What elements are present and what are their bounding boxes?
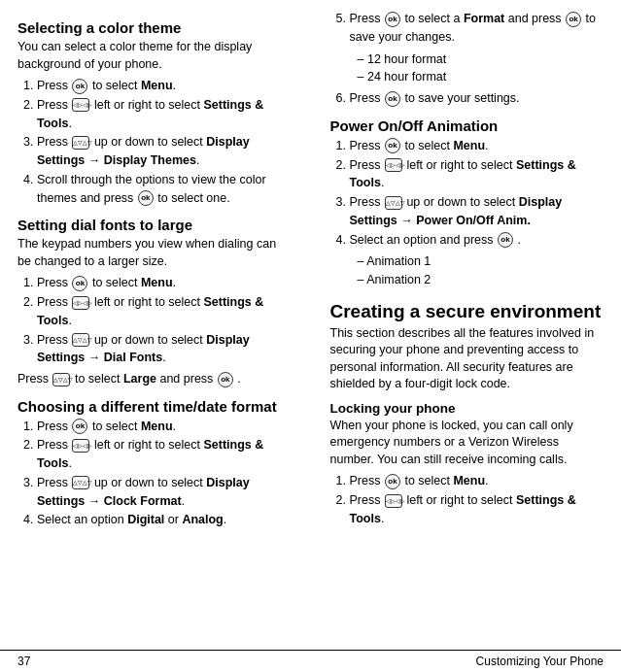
ok-icon[interactable]: ok — [72, 79, 87, 94]
section3-continued-steps: Press ok to select a Format and press ok… — [350, 10, 604, 47]
section2-press-line: Press △▽ to select Large and press ok . — [17, 371, 292, 388]
list-item: Press ◁▷ left or right to select Setting… — [350, 156, 604, 193]
list-item: Press ok to select Menu. — [350, 472, 604, 490]
list-item: Animation 1 — [358, 252, 604, 271]
list-item: Press ◁▷ left or right to select Setting… — [350, 491, 604, 528]
list-item: Press △▽ up or down to select Display Se… — [37, 331, 292, 368]
right-column: Press ok to select a Format and press ok… — [321, 10, 604, 533]
section1-intro: You can select a color theme for the dis… — [17, 39, 292, 73]
section1-steps: Press ok to select Menu. Press ◁▷ left o… — [37, 77, 292, 207]
list-item: Press ok to select Menu. — [37, 77, 292, 95]
list-item: Press ok to save your settings. — [350, 89, 604, 108]
list-item: Press △▽ up or down to select Display Se… — [37, 474, 292, 511]
content-area: Selecting a color theme You can select a… — [17, 10, 604, 658]
section5-intro: This section describes all the features … — [330, 325, 604, 393]
list-item: Select an option Digital or Analog. — [37, 511, 292, 529]
section1-heading: Selecting a color theme — [17, 19, 292, 36]
page-section: Customizing Your Phone — [476, 655, 604, 668]
nav-lr-icon[interactable]: ◁▷ — [72, 98, 89, 112]
page-number: 37 — [17, 655, 30, 668]
list-item: Animation 2 — [358, 271, 604, 289]
section4-dash-list: Animation 1 Animation 2 — [358, 252, 604, 289]
list-item: 24 hour format — [358, 68, 604, 86]
ok-icon[interactable]: ok — [218, 372, 233, 387]
nav-ud-icon[interactable]: △▽ — [72, 476, 89, 489]
list-item: Press ◁▷ left or right to select Setting… — [37, 436, 292, 473]
ok-icon[interactable]: ok — [385, 12, 400, 27]
list-item: Press ok to select Menu. — [37, 274, 292, 292]
ok-icon[interactable]: ok — [385, 91, 400, 107]
list-item: Select an option and press ok . — [350, 231, 604, 250]
section4-steps: Press ok to select Menu. Press ◁▷ left o… — [350, 137, 604, 250]
ok-icon[interactable]: ok — [385, 474, 400, 489]
ok-icon[interactable]: ok — [72, 419, 87, 434]
ok-icon[interactable]: ok — [138, 190, 154, 206]
list-item: Scroll through the options to view the c… — [37, 171, 292, 208]
section3-heading: Choosing a different time/date format — [17, 398, 292, 415]
nav-ud-icon[interactable]: △▽ — [52, 373, 70, 386]
list-item: Press ok to select a Format and press ok… — [350, 10, 604, 47]
section3-dash-list: 12 hour format 24 hour format — [358, 50, 604, 87]
nav-lr-icon[interactable]: ◁▷ — [385, 494, 402, 508]
section2-heading: Setting dial fonts to large — [17, 217, 292, 233]
nav-lr-icon[interactable]: ◁▷ — [385, 158, 402, 172]
nav-lr-icon[interactable]: ◁▷ — [72, 439, 89, 453]
left-column: Selecting a color theme You can select a… — [17, 10, 301, 533]
list-item: Press ok to select Menu. — [350, 137, 604, 155]
section4-heading: Power On/Off Animation — [330, 118, 604, 134]
section2-intro: The keypad numbers you view when dialing… — [17, 236, 292, 270]
nav-ud-icon[interactable]: △▽ — [385, 196, 402, 210]
list-item: Press ◁▷ left or right to select Setting… — [37, 293, 292, 330]
list-item: Press △▽ up or down to select Display Se… — [37, 133, 292, 170]
section2-steps: Press ok to select Menu. Press ◁▷ left o… — [37, 274, 292, 367]
section3-steps: Press ok to select Menu. Press ◁▷ left o… — [37, 418, 292, 530]
ok-icon[interactable]: ok — [566, 12, 581, 27]
list-item: 12 hour format — [358, 50, 604, 69]
ok-icon[interactable]: ok — [72, 276, 87, 291]
ok-icon[interactable]: ok — [385, 138, 400, 153]
nav-lr-icon[interactable]: ◁▷ — [72, 296, 89, 310]
list-item: Press ok to select Menu. — [37, 418, 292, 436]
section3-step6: Press ok to save your settings. — [350, 89, 604, 108]
nav-ud-icon[interactable]: △▽ — [72, 136, 89, 150]
section5-steps: Press ok to select Menu. Press ◁▷ left o… — [350, 472, 604, 527]
list-item: Press △▽ up or down to select Display Se… — [350, 193, 604, 230]
section5-heading: Creating a secure environment — [330, 301, 604, 322]
nav-ud-icon[interactable]: △▽ — [72, 333, 89, 347]
two-column-layout: Selecting a color theme You can select a… — [17, 10, 604, 533]
section5-sub-intro: When your phone is locked, you can call … — [330, 418, 604, 469]
section5-sub-heading: Locking your phone — [330, 401, 604, 416]
ok-icon[interactable]: ok — [498, 232, 513, 248]
list-item: Press ◁▷ left or right to select Setting… — [37, 96, 292, 133]
page-footer: 37 Customizing Your Phone — [0, 650, 621, 672]
